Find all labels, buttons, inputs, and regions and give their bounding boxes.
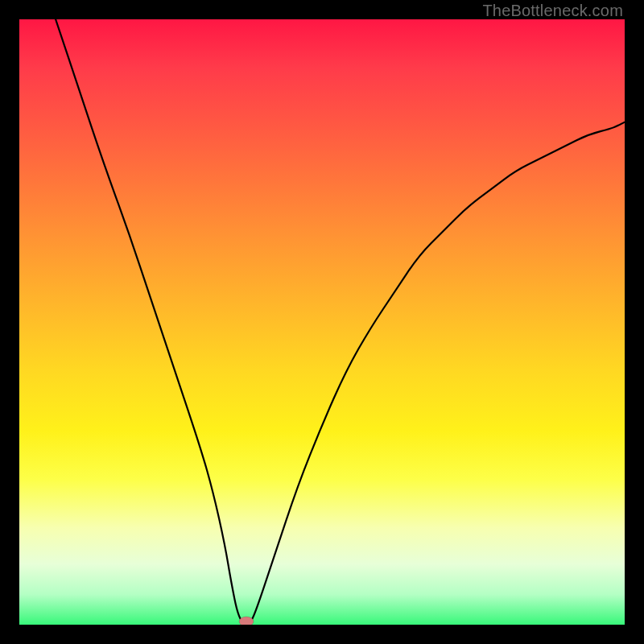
bottleneck-curve (56, 19, 625, 625)
chart-frame: TheBottleneck.com (0, 0, 644, 644)
curve-svg (19, 19, 625, 625)
plot-area (19, 19, 625, 625)
min-marker (239, 617, 254, 625)
watermark-text: TheBottleneck.com (482, 2, 623, 20)
